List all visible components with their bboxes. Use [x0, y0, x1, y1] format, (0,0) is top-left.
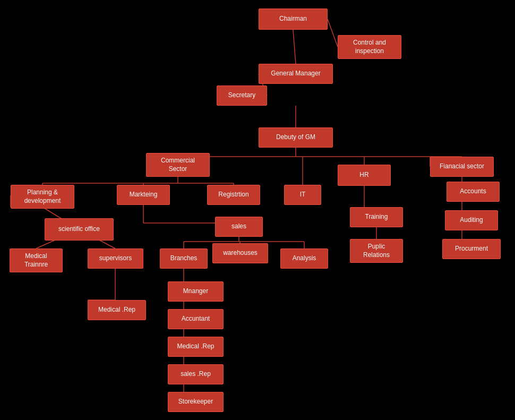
medical-rep2-node: Medical .Rep: [88, 300, 146, 320]
auditing-node: Auditing: [445, 210, 498, 230]
supervisors-node: supervisors: [88, 248, 143, 269]
hr-node: HR: [338, 165, 391, 186]
public-relations-node: PuplicRelations: [350, 239, 403, 263]
chairman-node: Chairman: [259, 8, 328, 30]
deputy-node: Debuty of GM: [259, 127, 333, 148]
commercial-node: Commercial Sector: [146, 153, 210, 177]
warehouses-node: warehouses: [212, 243, 268, 263]
accuntant-node: Accuntant: [168, 309, 224, 329]
secretary-node: Secretary: [217, 85, 267, 106]
svg-line-0: [328, 19, 338, 47]
accounts-node: Accounts: [447, 182, 500, 202]
financial-node: Fianacial sector: [430, 157, 494, 177]
analysis-node: Analysis: [280, 248, 328, 269]
training-node: Training: [350, 207, 403, 227]
medical-rep3-node: Medical .Rep: [168, 337, 224, 357]
branches-node: Branches: [160, 248, 208, 269]
control-node: Control and inspection: [338, 35, 401, 59]
procurment-node: Procurment: [442, 239, 501, 259]
general-manager-node: General Manager: [259, 64, 333, 84]
sales-rep-node: sales .Rep: [168, 364, 224, 384]
it-node: IT: [284, 185, 321, 205]
storekeeper-node: Storekeeper: [168, 392, 224, 412]
svg-line-1: [293, 30, 296, 64]
planning-node: Planning &development: [11, 185, 74, 209]
scientific-node: scientific office: [45, 218, 114, 241]
registration-node: Registrtion: [207, 185, 260, 205]
medical-training-node: MedicalTrainnre: [10, 248, 63, 272]
marketing-node: Markteing: [117, 185, 170, 205]
sales-node: sales: [215, 217, 263, 237]
mnanger-node: Mnanger: [168, 281, 224, 302]
